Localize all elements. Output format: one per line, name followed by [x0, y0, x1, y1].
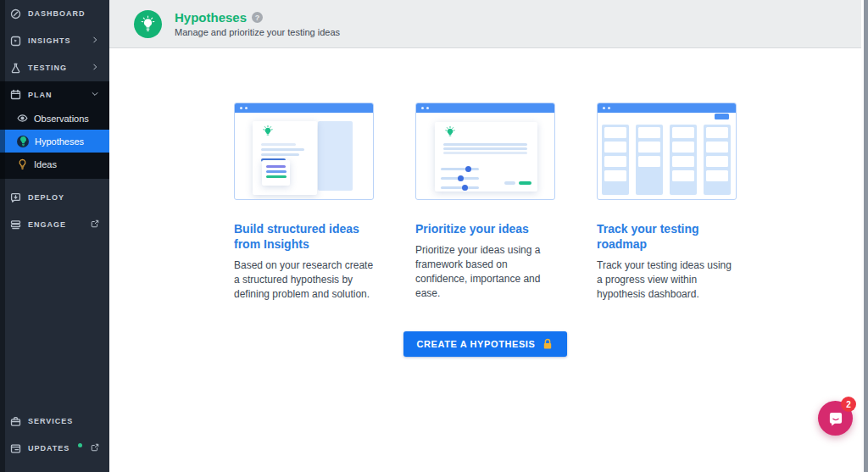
sidebar-item-label: Observations	[34, 114, 89, 124]
insights-icon	[10, 36, 21, 47]
lightbulb-icon	[17, 136, 29, 147]
sidebar-item-engage[interactable]: ENGAGE	[0, 211, 109, 238]
card-description: Based on your research create a structur…	[234, 258, 374, 302]
sidebar-item-services[interactable]: SERVICES	[0, 408, 109, 435]
sidebar-item-label: Hypotheses	[35, 136, 84, 147]
sidebar-item-insights[interactable]: INSIGHTS	[0, 27, 109, 54]
chat-launcher-button[interactable]: 2	[818, 401, 853, 436]
sidebar-item-label: SERVICES	[28, 417, 73, 425]
page-subtitle: Manage and prioritize your testing ideas	[175, 27, 340, 37]
chevron-down-icon	[91, 90, 99, 100]
feature-cards-row: Build structured ideas from Insights Bas…	[109, 103, 861, 302]
notification-dot	[78, 443, 82, 447]
external-link-icon	[91, 443, 99, 453]
create-hypothesis-label: CREATE A HYPOTHESIS	[417, 339, 536, 349]
eye-icon	[17, 113, 28, 124]
sidebar-item-hypotheses[interactable]: Hypotheses	[0, 130, 109, 153]
card-illustration-structured-ideas	[234, 103, 374, 200]
sidebar-item-label: Ideas	[34, 159, 57, 169]
scrollbar-thumb[interactable]	[864, 0, 868, 472]
chat-bubble-icon	[827, 410, 844, 427]
feature-card-roadmap: Track your testing roadmap Track your te…	[597, 103, 737, 302]
sidebar-item-dashboard[interactable]: DASHBOARD	[0, 0, 109, 27]
main-content: Build structured ideas from Insights Bas…	[109, 49, 861, 472]
page-title: Hypotheses	[175, 10, 247, 25]
engage-icon	[10, 219, 21, 230]
card-title-link[interactable]: Prioritize your ideas	[415, 221, 555, 236]
testing-icon	[10, 63, 21, 74]
scrollbar-track[interactable]	[861, 0, 868, 472]
create-hypothesis-button[interactable]: CREATE A HYPOTHESIS	[403, 331, 568, 357]
card-title-link[interactable]: Build structured ideas from Insights	[234, 221, 374, 252]
help-icon[interactable]: ?	[252, 12, 263, 23]
sidebar-item-label: TESTING	[28, 64, 67, 72]
card-illustration-prioritize	[415, 103, 555, 200]
sidebar: DASHBOARD INSIGHTS TESTING PLAN Observat…	[0, 0, 109, 472]
card-description: Track your testing ideas using a progres…	[597, 258, 737, 302]
sidebar-item-observations[interactable]: Observations	[0, 107, 109, 130]
sidebar-item-label: UPDATES	[28, 444, 70, 453]
sidebar-item-updates[interactable]: UPDATES	[0, 435, 109, 462]
sidebar-item-label: DEPLOY	[28, 193, 64, 202]
sidebar-item-deploy[interactable]: DEPLOY	[0, 184, 109, 211]
chevron-right-icon	[91, 36, 99, 46]
chat-unread-badge: 2	[841, 397, 856, 412]
sidebar-item-label: ENGAGE	[28, 220, 66, 229]
card-title-link[interactable]: Track your testing roadmap	[597, 221, 737, 252]
services-icon	[10, 416, 21, 427]
external-link-icon	[91, 219, 99, 230]
header-text: Hypotheses ? Manage and prioritize your …	[175, 10, 340, 37]
sidebar-item-testing[interactable]: TESTING	[0, 54, 109, 81]
deploy-icon	[10, 192, 21, 203]
plan-icon	[10, 89, 21, 100]
page-header: Hypotheses ? Manage and prioritize your …	[109, 0, 861, 48]
lightbulb-icon	[134, 10, 162, 38]
sidebar-item-label: DASHBOARD	[28, 9, 86, 18]
chevron-right-icon	[91, 63, 99, 73]
sidebar-item-ideas[interactable]: Ideas	[0, 153, 109, 175]
feature-card-prioritize: Prioritize your ideas Prioritize your id…	[415, 103, 555, 302]
updates-icon	[10, 443, 21, 454]
sidebar-plan-section: PLAN Observations Hypotheses Ideas	[0, 81, 109, 179]
app-window: DASHBOARD INSIGHTS TESTING PLAN Observat…	[0, 0, 868, 472]
sidebar-bottom-group: SERVICES UPDATES	[0, 408, 109, 462]
sidebar-spacer	[0, 238, 109, 408]
sidebar-item-label: PLAN	[28, 91, 53, 99]
sidebar-item-label: INSIGHTS	[28, 36, 71, 45]
feature-card-build-ideas: Build structured ideas from Insights Bas…	[234, 103, 374, 302]
lightbulb-outline-icon	[17, 158, 28, 169]
sidebar-item-plan[interactable]: PLAN	[0, 82, 109, 107]
card-illustration-roadmap	[597, 103, 737, 200]
dashboard-icon	[10, 8, 21, 19]
lock-icon	[542, 338, 554, 350]
card-description: Prioritize your ideas using a framework …	[415, 243, 555, 301]
